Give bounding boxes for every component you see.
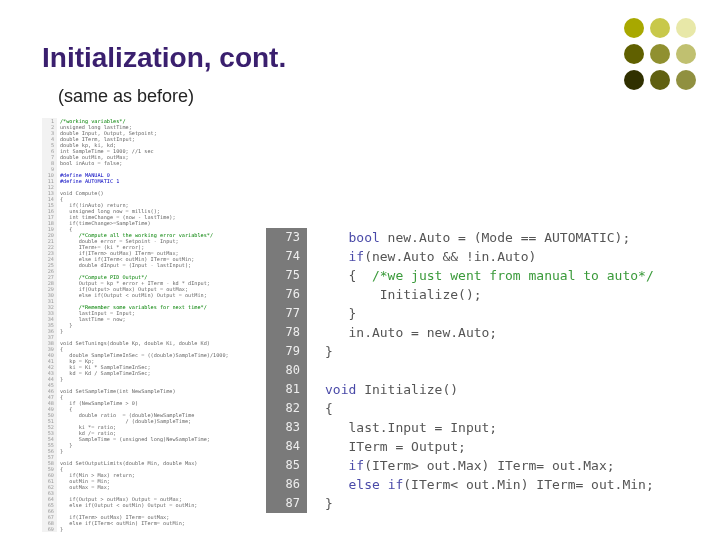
slide-dots-decoration [624, 18, 698, 92]
dot-icon [676, 70, 696, 90]
slide-title: Initialization, cont. [42, 42, 286, 74]
slide-subtitle: (same as before) [58, 86, 194, 107]
code-line: 74 if(new.Auto && !in.Auto) [266, 247, 706, 266]
right-code-block: 73 bool new.Auto = (Mode == AUTOMATIC);7… [266, 228, 706, 513]
code-line: 78 in.Auto = new.Auto; [266, 323, 706, 342]
code-line: 85 if(ITerm> out.Max) ITerm= out.Max; [266, 456, 706, 475]
dot-icon [624, 44, 644, 64]
dot-icon [650, 18, 670, 38]
dot-icon [624, 70, 644, 90]
dot-icon [676, 44, 696, 64]
code-line: 84 ITerm = Output; [266, 437, 706, 456]
code-line: 79} [266, 342, 706, 361]
code-line: 86 else if(ITerm< out.Min) ITerm= out.Mi… [266, 475, 706, 494]
dot-icon [650, 70, 670, 90]
code-line: 69} [42, 526, 257, 532]
left-code-block: 1/*working variables*/2unsigned long las… [42, 118, 257, 532]
dot-icon [624, 18, 644, 38]
code-line: 82{ [266, 399, 706, 418]
code-line: 76 Initialize(); [266, 285, 706, 304]
dot-icon [676, 18, 696, 38]
code-line: 87} [266, 494, 706, 513]
code-line: 77 } [266, 304, 706, 323]
code-line: 73 bool new.Auto = (Mode == AUTOMATIC); [266, 228, 706, 247]
code-line: 81void Initialize() [266, 380, 706, 399]
code-line: 83 last.Input = Input; [266, 418, 706, 437]
code-line: 80 [266, 361, 706, 380]
code-line: 75 { /*we just went from manual to auto*… [266, 266, 706, 285]
dot-icon [650, 44, 670, 64]
